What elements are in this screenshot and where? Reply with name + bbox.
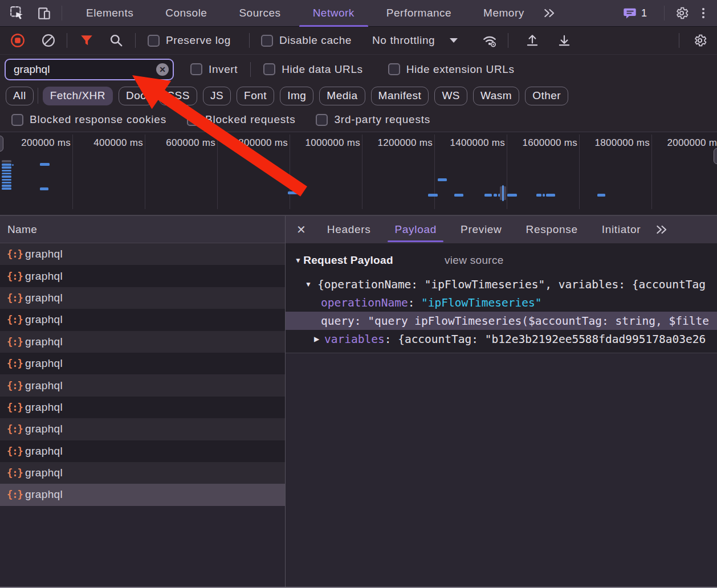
request-row[interactable]: {:}graphql xyxy=(0,397,285,418)
inspect-element-icon[interactable] xyxy=(8,4,26,22)
request-row[interactable]: {:}graphql xyxy=(0,309,285,330)
payload-tree-row[interactable]: operationName: "ipFlowTimeseries" xyxy=(286,293,717,312)
chip-fetchxhr[interactable]: Fetch/XHR xyxy=(43,87,113,105)
network-settings-gear-icon[interactable] xyxy=(691,31,709,50)
fetch-xhr-icon: {:} xyxy=(7,467,25,479)
tab-memory[interactable]: Memory xyxy=(467,0,540,27)
view-source-link[interactable]: view source xyxy=(445,254,504,267)
tab-sources[interactable]: Sources xyxy=(223,0,296,27)
blocked-response-cookies-checkbox[interactable]: Blocked response cookies xyxy=(11,113,166,126)
name-column-header[interactable]: Name xyxy=(0,216,285,243)
checkbox-box[interactable] xyxy=(187,114,199,126)
checkbox-box[interactable] xyxy=(261,35,273,47)
chip-media[interactable]: Media xyxy=(319,87,365,105)
three-dot-menu-icon[interactable] xyxy=(694,4,712,22)
divider xyxy=(679,33,679,48)
checkbox-box[interactable] xyxy=(190,63,202,75)
import-har-icon[interactable] xyxy=(523,31,541,50)
search-icon[interactable] xyxy=(107,31,125,50)
filter-input[interactable]: graphql ✕ xyxy=(5,59,174,80)
payload-tree-row[interactable]: query: "query ipFlowTimeseries($accountT… xyxy=(286,312,717,330)
preserve-log-checkbox[interactable]: Preserve log xyxy=(148,34,231,47)
timeline-request-bar xyxy=(2,182,11,184)
checkbox-box[interactable] xyxy=(263,63,275,75)
request-payload-title[interactable]: ▼Request Payload xyxy=(295,254,393,267)
request-row[interactable]: {:}graphql xyxy=(0,374,285,396)
network-toolbar: Preserve log Disable cache No throttling xyxy=(0,27,717,55)
chip-wasm[interactable]: Wasm xyxy=(473,87,519,105)
hide-extension-urls-checkbox[interactable]: Hide extension URLs xyxy=(388,63,515,76)
settings-gear-icon[interactable] xyxy=(673,4,691,22)
request-name: graphql xyxy=(25,467,63,479)
chip-other[interactable]: Other xyxy=(525,87,568,105)
more-detail-tabs-icon[interactable] xyxy=(653,220,671,239)
issues-indicator[interactable]: 1 xyxy=(623,7,647,19)
checkbox-box[interactable] xyxy=(11,114,23,126)
throttling-select[interactable]: No throttling xyxy=(372,34,458,47)
detail-tab-preview[interactable]: Preview xyxy=(449,216,514,243)
divider xyxy=(135,33,136,48)
chip-font[interactable]: Font xyxy=(237,87,274,105)
request-row[interactable]: {:}graphql xyxy=(0,484,285,505)
request-row[interactable]: {:}graphql xyxy=(0,243,285,265)
chip-ws[interactable]: WS xyxy=(434,87,467,105)
request-row[interactable]: {:}graphql xyxy=(0,418,285,440)
collapsed-triangle-icon[interactable]: ▶ xyxy=(314,335,324,343)
fetch-xhr-icon: {:} xyxy=(7,314,25,325)
clear-network-log-icon[interactable] xyxy=(39,31,58,50)
detail-tab-payload[interactable]: Payload xyxy=(382,216,449,243)
chip-js[interactable]: JS xyxy=(203,87,231,105)
request-row[interactable]: {:}graphql xyxy=(0,265,285,287)
request-type-chips: AllFetch/XHRDocCSSJSFontImgMediaManifest… xyxy=(0,84,717,108)
hide-data-urls-checkbox[interactable]: Hide data URLs xyxy=(263,63,363,76)
chip-manifest[interactable]: Manifest xyxy=(371,87,429,105)
chip-img[interactable]: Img xyxy=(280,87,313,105)
timeline-tick-label: 1000000 ms xyxy=(305,137,360,149)
timeline-request-bar xyxy=(484,194,492,197)
request-row[interactable]: {:}graphql xyxy=(0,331,285,353)
request-row[interactable]: {:}graphql xyxy=(0,287,285,309)
timeline-request-bar xyxy=(597,194,605,197)
tab-performance[interactable]: Performance xyxy=(370,0,467,27)
overview-left-grip[interactable] xyxy=(0,136,3,152)
overview-right-grip[interactable] xyxy=(714,148,717,164)
close-details-icon[interactable]: ✕ xyxy=(296,223,306,236)
blocked-requests-checkbox[interactable]: Blocked requests xyxy=(187,113,296,126)
payload-tree-row[interactable]: ▼{operationName: "ipFlowTimeseries", var… xyxy=(286,275,717,293)
request-row[interactable]: {:}graphql xyxy=(0,440,285,462)
checkbox-box[interactable] xyxy=(388,63,400,75)
device-toolbar-icon[interactable] xyxy=(35,4,54,22)
request-name: graphql xyxy=(25,292,63,304)
detail-tab-response[interactable]: Response xyxy=(514,216,590,243)
invert-checkbox[interactable]: Invert xyxy=(190,63,238,76)
checkbox-box[interactable] xyxy=(148,35,160,47)
record-network-log-icon[interactable] xyxy=(9,31,27,50)
chip-all[interactable]: All xyxy=(6,87,34,105)
network-conditions-icon[interactable] xyxy=(480,31,499,50)
more-tabs-icon[interactable] xyxy=(540,4,559,22)
timeline-request-bar xyxy=(494,194,497,197)
tab-network[interactable]: Network xyxy=(297,0,370,27)
network-overview-timeline[interactable]: 200000 ms400000 ms600000 ms800000 ms1000… xyxy=(0,132,717,215)
request-row[interactable]: {:}graphql xyxy=(0,462,285,484)
detail-tabbar: ✕ HeadersPayloadPreviewResponseInitiator xyxy=(286,216,717,243)
clear-filter-icon[interactable]: ✕ xyxy=(156,63,169,76)
request-row[interactable]: {:}graphql xyxy=(0,353,285,374)
payload-tree-row[interactable]: ▶variables: {accountTag: "b12e3b2192ee55… xyxy=(286,330,717,348)
timeline-request-bar xyxy=(40,163,50,166)
filter-icon[interactable] xyxy=(78,31,96,50)
timeline-request-bar xyxy=(2,187,11,190)
timeline-gridline xyxy=(72,134,73,209)
detail-tab-initiator[interactable]: Initiator xyxy=(590,216,653,243)
tab-elements[interactable]: Elements xyxy=(70,0,149,27)
export-har-icon[interactable] xyxy=(555,31,573,50)
expanded-triangle-icon[interactable]: ▼ xyxy=(305,280,317,288)
tab-console[interactable]: Console xyxy=(149,0,223,27)
disable-cache-checkbox[interactable]: Disable cache xyxy=(261,34,352,47)
detail-tab-headers[interactable]: Headers xyxy=(315,216,383,243)
chip-doc[interactable]: Doc xyxy=(119,87,153,105)
third-party-requests-checkbox[interactable]: 3rd-party requests xyxy=(316,113,430,126)
timeline-tick-label: 1600000 ms xyxy=(522,137,577,149)
chip-css[interactable]: CSS xyxy=(159,87,197,105)
checkbox-box[interactable] xyxy=(316,114,328,126)
